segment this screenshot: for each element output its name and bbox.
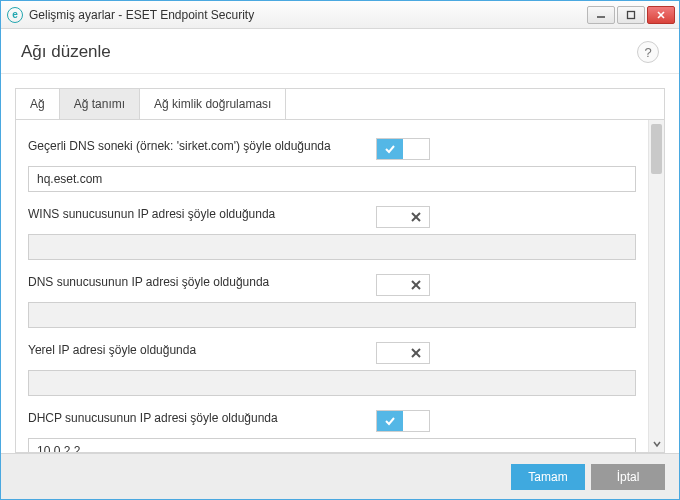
scroll-thumb[interactable] bbox=[651, 124, 662, 174]
page-header: Ağı düzenle ? bbox=[1, 29, 679, 74]
page-title: Ağı düzenle bbox=[21, 42, 637, 62]
row-wins-ip: WINS sunucusunun IP adresi şöyle olduğun… bbox=[28, 200, 636, 232]
toggle-local-ip[interactable] bbox=[376, 342, 430, 364]
window-controls bbox=[587, 6, 675, 24]
svg-rect-1 bbox=[628, 11, 635, 18]
toggle-dns-suffix[interactable] bbox=[376, 138, 430, 160]
cancel-button[interactable]: İptal bbox=[591, 464, 665, 490]
label-wins-ip: WINS sunucusunun IP adresi şöyle olduğun… bbox=[28, 206, 376, 223]
close-button[interactable] bbox=[647, 6, 675, 24]
row-dns-ip: DNS sunucusunun IP adresi şöyle olduğund… bbox=[28, 268, 636, 300]
input-dns-ip bbox=[28, 302, 636, 328]
toggle-dhcp-ip[interactable] bbox=[376, 410, 430, 432]
input-wins-ip bbox=[28, 234, 636, 260]
label-dns-ip: DNS sunucusunun IP adresi şöyle olduğund… bbox=[28, 274, 376, 291]
maximize-button[interactable] bbox=[617, 6, 645, 24]
row-dns-suffix: Geçerli DNS soneki (örnek: 'sirket.com')… bbox=[28, 132, 636, 164]
toggle-wins-ip[interactable] bbox=[376, 206, 430, 228]
toggle-dns-ip[interactable] bbox=[376, 274, 430, 296]
label-dns-suffix: Geçerli DNS soneki (örnek: 'sirket.com')… bbox=[28, 138, 376, 155]
input-dhcp-ip[interactable] bbox=[28, 438, 636, 452]
row-dhcp-ip: DHCP sunucusunun IP adresi şöyle olduğun… bbox=[28, 404, 636, 436]
main-panel: Ağ Ağ tanımı Ağ kimlik doğrulaması Geçer… bbox=[15, 88, 665, 453]
row-local-ip: Yerel IP adresi şöyle olduğunda bbox=[28, 336, 636, 368]
app-icon: e bbox=[7, 7, 23, 23]
label-dhcp-ip: DHCP sunucusunun IP adresi şöyle olduğun… bbox=[28, 410, 376, 427]
help-button[interactable]: ? bbox=[637, 41, 659, 63]
tab-network[interactable]: Ağ bbox=[16, 89, 60, 119]
tab-network-auth[interactable]: Ağ kimlik doğrulaması bbox=[140, 89, 286, 119]
scroll-area: Geçerli DNS soneki (örnek: 'sirket.com')… bbox=[16, 120, 664, 452]
footer: Tamam İptal bbox=[1, 453, 679, 499]
scroll-down-icon[interactable] bbox=[649, 436, 664, 452]
minimize-button[interactable] bbox=[587, 6, 615, 24]
tabs: Ağ Ağ tanımı Ağ kimlik doğrulaması bbox=[16, 89, 664, 120]
scrollbar[interactable] bbox=[648, 120, 664, 452]
input-dns-suffix[interactable] bbox=[28, 166, 636, 192]
label-local-ip: Yerel IP adresi şöyle olduğunda bbox=[28, 342, 376, 359]
ok-button[interactable]: Tamam bbox=[511, 464, 585, 490]
window: e Gelişmiş ayarlar - ESET Endpoint Secur… bbox=[0, 0, 680, 500]
titlebar: e Gelişmiş ayarlar - ESET Endpoint Secur… bbox=[1, 1, 679, 29]
tab-network-definition[interactable]: Ağ tanımı bbox=[60, 89, 140, 119]
input-local-ip bbox=[28, 370, 636, 396]
window-title: Gelişmiş ayarlar - ESET Endpoint Securit… bbox=[29, 8, 587, 22]
